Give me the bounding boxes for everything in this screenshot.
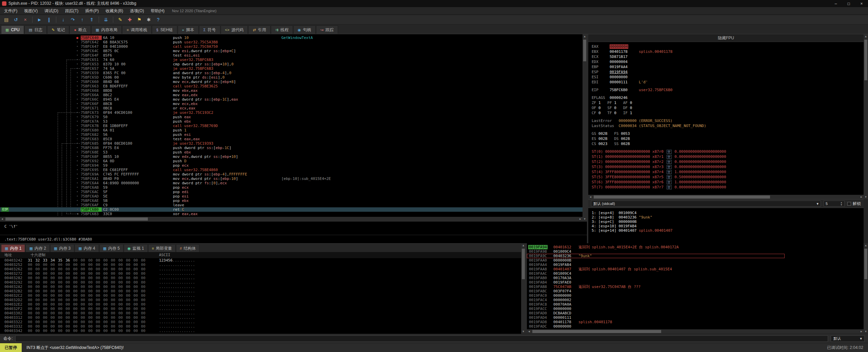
breakpoint-dot[interactable]: ● bbox=[75, 36, 79, 40]
trace-into-button[interactable]: ⇊ bbox=[102, 16, 110, 24]
register-line[interactable]: CF 0 TF 0 IF 1 bbox=[592, 110, 864, 116]
disasm-row[interactable]: •75BFC6AE5Bpop ebx bbox=[0, 199, 583, 203]
stack-row[interactable]: 0019FAD0DCBAABCD bbox=[527, 311, 785, 315]
stack-row[interactable]: 0019FAC400000002 bbox=[527, 298, 785, 302]
favourites-button[interactable]: ⚑ bbox=[135, 16, 143, 24]
registers-vscrollbar[interactable]: ▲ ▼ bbox=[864, 34, 868, 199]
argument-line[interactable]: 4: [esp+10] 0019FAB4 bbox=[592, 224, 864, 228]
gutter-dot[interactable]: • bbox=[75, 172, 79, 177]
disasm-vscrollbar[interactable]: ▲ ▼ bbox=[583, 34, 587, 221]
disasm-row[interactable]: •75BFC663E8 BD6FFEFFcall user32.75BE3625 bbox=[0, 84, 583, 88]
dump-tab-memory-5[interactable]: ▦内存 5 bbox=[99, 244, 123, 252]
stack-row[interactable]: 0019FA9C00403236"9unk" bbox=[527, 254, 785, 258]
gutter-dot[interactable]: • bbox=[75, 124, 79, 128]
disasm-row[interactable]: •75BFC68F8B55 10mov edx,dword ptr ss:[eb… bbox=[0, 154, 583, 159]
disasm-row[interactable]: •75BFC67950push eax bbox=[0, 115, 583, 119]
disasm-row[interactable]: •75BFC66C8945 E4mov dword ptr ss:[ebp-1C… bbox=[0, 97, 583, 102]
hide-fpu-header[interactable]: 隐藏FPU bbox=[588, 34, 864, 42]
dump-tab-memory-1[interactable]: ▦内存 1 bbox=[1, 244, 25, 252]
register-line[interactable]: GS 002B FS 0053 bbox=[592, 131, 864, 136]
run-to-user-code-button[interactable]: ⇑ bbox=[87, 16, 96, 24]
dump-row[interactable]: 0040332200000000000000000000000000000000… bbox=[0, 320, 521, 324]
stack-row[interactable]: 0019FAB40019FAE0 bbox=[527, 280, 785, 285]
scroll-thumb[interactable] bbox=[5, 218, 148, 221]
gutter-dot[interactable]: • bbox=[75, 194, 79, 199]
menu-item[interactable]: 视图(V) bbox=[21, 8, 41, 14]
register-line[interactable]: EDX 00000004 bbox=[592, 59, 864, 64]
stack-row[interactable]: 0019FAAC001009C4 bbox=[527, 271, 785, 276]
gutter-dot[interactable]: • bbox=[75, 132, 79, 137]
gutter-dot[interactable]: • bbox=[75, 146, 79, 150]
register-line[interactable]: ST(6) 3FFF8000000000000000 x87r6 空 1.000… bbox=[592, 180, 864, 185]
menu-item[interactable]: 收藏夹(B) bbox=[102, 8, 126, 14]
menu-item[interactable]: 帮助(H) bbox=[147, 8, 168, 14]
register-line[interactable]: ECX 5D871B17 bbox=[592, 54, 864, 59]
open-file-button[interactable]: ▤ bbox=[2, 16, 11, 24]
patches-button[interactable]: ✚ bbox=[125, 16, 134, 24]
scroll-up-icon[interactable]: ▲ bbox=[583, 34, 587, 39]
dump-tab-struct[interactable]: #结构体 bbox=[176, 244, 199, 252]
stack-row[interactable]: 0019FAD800401178splish.00401178 bbox=[527, 320, 785, 324]
close-debuggee-button[interactable]: × bbox=[21, 16, 29, 24]
register-line[interactable]: EBP 0019FAA4 bbox=[592, 64, 864, 69]
disasm-row[interactable]: •75BFC6A464:890D 00000000mov dword ptr f… bbox=[0, 181, 583, 185]
dump-row[interactable]: 004032D200000000000000000000000000000000… bbox=[0, 298, 521, 302]
tab-breakpoints[interactable]: ●断点 bbox=[70, 25, 91, 34]
gutter-dot[interactable]: • bbox=[75, 154, 79, 159]
tab-symbols[interactable]: Σ符号 bbox=[199, 25, 220, 34]
convention-select[interactable]: 默认 (stdcall) ▾ bbox=[591, 201, 821, 207]
gutter-dot[interactable]: • bbox=[75, 119, 79, 124]
register-line[interactable]: LastStatus C0000034 (STATUS_OBJECT_NAME_… bbox=[592, 123, 864, 128]
step-into-button[interactable]: ↓ bbox=[59, 16, 67, 24]
gutter-dot[interactable]: • bbox=[75, 53, 79, 58]
scroll-right-icon[interactable]: ► bbox=[859, 195, 864, 199]
disasm-row[interactable]: •75BFC66A8BC2mov eax,edx bbox=[0, 93, 583, 97]
disasm-row[interactable]: •75BFC65774 5Aje user32.75BFC6B3 bbox=[0, 66, 583, 71]
argument-line[interactable]: 1: [esp+4] 001009C4 bbox=[592, 211, 864, 215]
gutter-dot[interactable]: • bbox=[75, 58, 79, 62]
gutter-dot[interactable]: • bbox=[75, 44, 79, 49]
register-line[interactable]: ST(4) 3FFF8000000000000000 x87r4 空 1.000… bbox=[592, 169, 864, 174]
disasm-row[interactable]: •75BFC64C8B75 0Cmov esi,dword ptr ss:[eb… bbox=[0, 49, 583, 53]
disasm-row[interactable]: •75BFC69AC745 FC FEFFFFFFmov dword ptr s… bbox=[0, 172, 583, 177]
disasm-row[interactable]: •75BFC64268 B8A3C575push user32.75C5A3B8 bbox=[0, 40, 583, 44]
stack-row[interactable]: 0019FAA800401407返回到 splish.00401407 自 sp… bbox=[527, 267, 785, 271]
disasm-row[interactable]: •75BFC6710BC8or ecx,eax bbox=[0, 106, 583, 110]
tab-log[interactable]: ▤日志 bbox=[24, 25, 47, 34]
register-line[interactable]: EBX 00401178 splish.00401178 bbox=[592, 49, 864, 54]
scroll-thumb[interactable] bbox=[583, 40, 586, 61]
disasm-row[interactable]: •75BFC6598365 FC 00and dword ptr ss:[ebp… bbox=[0, 71, 583, 75]
scroll-up-icon[interactable]: ▲ bbox=[521, 243, 526, 248]
scroll-right-icon[interactable]: ► bbox=[859, 329, 864, 334]
dump-tab-watch-1[interactable]: ◉监视 1 bbox=[124, 244, 148, 252]
disasm-row[interactable]: •75BFC6B333C0xor eax,eax bbox=[0, 212, 583, 216]
disasm-row[interactable]: •75BFC69459pop ecx bbox=[0, 163, 583, 168]
gutter-dot[interactable]: • bbox=[75, 212, 79, 216]
register-line[interactable]: EAX 00000004 bbox=[592, 44, 864, 49]
spinner-arrows-icon[interactable]: ▲▼ bbox=[840, 201, 843, 206]
menu-item[interactable]: 文件(F) bbox=[1, 8, 21, 14]
disasm-row[interactable]: •75BFC6AC5Fpop edi bbox=[0, 190, 583, 194]
dump-tab-locals[interactable]: ≡局部变量 bbox=[148, 244, 176, 252]
register-line[interactable]: ESI 00000000 bbox=[592, 75, 864, 80]
gutter-dot[interactable]: • bbox=[75, 150, 79, 154]
tab-memory-map[interactable]: ▦内存布局 bbox=[91, 25, 122, 34]
disasm-row[interactable]: •75BFC6730F84 49CD0100je user32.75C193C2 bbox=[0, 110, 583, 115]
dump-tab-memory-4[interactable]: ▦内存 4 bbox=[75, 244, 99, 252]
disasm-row[interactable]: •75BFC68385C0test eax,eax bbox=[0, 137, 583, 141]
disasm-row[interactable]: •75BFC66F8BCBmov ecx,ebx bbox=[0, 102, 583, 106]
gutter-dot[interactable]: • bbox=[75, 71, 79, 75]
scroll-thumb[interactable] bbox=[864, 249, 867, 279]
gutter-dot[interactable]: • bbox=[75, 110, 79, 115]
argument-line[interactable]: 3: [esp+C] 0000000B bbox=[592, 220, 864, 224]
gutter-dot[interactable]: • bbox=[75, 93, 79, 97]
tab-handles[interactable]: ◉句柄 bbox=[293, 25, 316, 34]
disasm-row[interactable]: •75BFC6AD5Epop esi bbox=[0, 194, 583, 199]
register-line[interactable]: EFLAGS 00000246 bbox=[592, 95, 864, 100]
run-button[interactable]: ► bbox=[35, 16, 44, 24]
disasm-row[interactable]: •75BFC67A53push ebx bbox=[0, 119, 583, 124]
gutter-dot[interactable]: • bbox=[75, 128, 79, 132]
scroll-down-icon[interactable]: ▼ bbox=[864, 195, 868, 199]
gutter-dot[interactable]: • bbox=[75, 199, 79, 203]
step-over-button[interactable]: ↷ bbox=[68, 16, 77, 24]
